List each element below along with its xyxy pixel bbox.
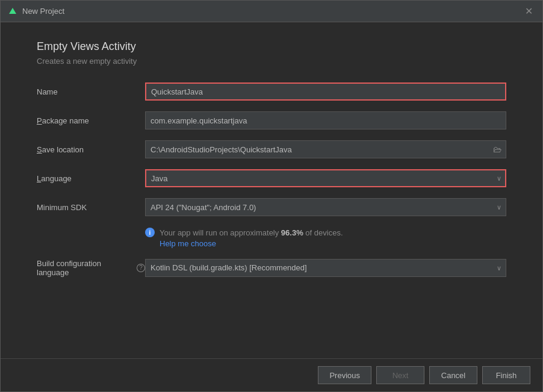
language-select[interactable]: Java Kotlin: [145, 169, 506, 187]
cancel-button[interactable]: Cancel: [429, 366, 477, 384]
page-title: Empty Views Activity: [37, 40, 506, 53]
min-sdk-select[interactable]: API 24 ("Nougat"; Android 7.0) API 21 ("…: [145, 198, 506, 216]
android-logo-icon: [8, 7, 17, 16]
language-select-wrapper: Java Kotlin ∨: [145, 169, 506, 187]
title-bar: New Project ✕: [1, 1, 542, 22]
package-label: Package name: [37, 116, 145, 125]
new-project-dialog: New Project ✕ Empty Views Activity Creat…: [0, 0, 543, 392]
folder-icon: 🗁: [493, 145, 501, 154]
dialog-footer: Previous Next Cancel Finish: [1, 358, 542, 391]
package-input[interactable]: [145, 111, 506, 129]
help-me-choose-link[interactable]: Help me choose: [160, 239, 216, 248]
finish-button[interactable]: Finish: [482, 366, 530, 384]
min-sdk-select-wrapper: API 24 ("Nougat"; Android 7.0) API 21 ("…: [145, 198, 506, 216]
page-subtitle: Creates a new empty activity: [37, 57, 506, 66]
location-row: Save location 🗁: [37, 140, 506, 158]
build-config-select[interactable]: Kotlin DSL (build.gradle.kts) [Recommend…: [145, 259, 506, 277]
language-row: Language Java Kotlin ∨: [37, 169, 506, 187]
build-config-row: Build configuration language ? Kotlin DS…: [37, 259, 506, 277]
build-config-label: Build configuration language ?: [37, 259, 145, 277]
next-button[interactable]: Next: [376, 366, 424, 384]
package-row: Package name: [37, 111, 506, 129]
package-input-wrapper: [145, 111, 506, 129]
coverage-percentage: 96.3%: [281, 228, 303, 237]
location-input-wrapper: 🗁: [145, 140, 506, 158]
location-input[interactable]: [145, 140, 506, 158]
info-icon: i: [145, 228, 155, 237]
build-config-select-wrapper: Kotlin DSL (build.gradle.kts) [Recommend…: [145, 259, 506, 277]
name-row: Name: [37, 82, 506, 101]
device-coverage-text: Your app will run on approximately 96.3%…: [160, 227, 343, 239]
dialog-title: New Project: [22, 7, 523, 16]
min-sdk-row: Minimum SDK API 24 ("Nougat"; Android 7.…: [37, 198, 506, 216]
info-text-block: Your app will run on approximately 96.3%…: [160, 227, 343, 248]
info-row: i Your app will run on approximately 96.…: [145, 227, 506, 248]
min-sdk-label: Minimum SDK: [37, 203, 145, 212]
build-config-help-icon[interactable]: ?: [137, 264, 145, 272]
svg-marker-0: [9, 8, 16, 14]
name-input-wrapper: [145, 82, 506, 101]
close-button[interactable]: ✕: [523, 5, 535, 17]
name-label: Name: [37, 87, 145, 96]
previous-button[interactable]: Previous: [318, 366, 371, 384]
dialog-content: Empty Views Activity Creates a new empty…: [1, 22, 542, 358]
name-input[interactable]: [145, 82, 506, 101]
browse-folder-button[interactable]: 🗁: [492, 145, 503, 154]
location-label: Save location: [37, 145, 145, 154]
language-label: Language: [37, 174, 145, 183]
